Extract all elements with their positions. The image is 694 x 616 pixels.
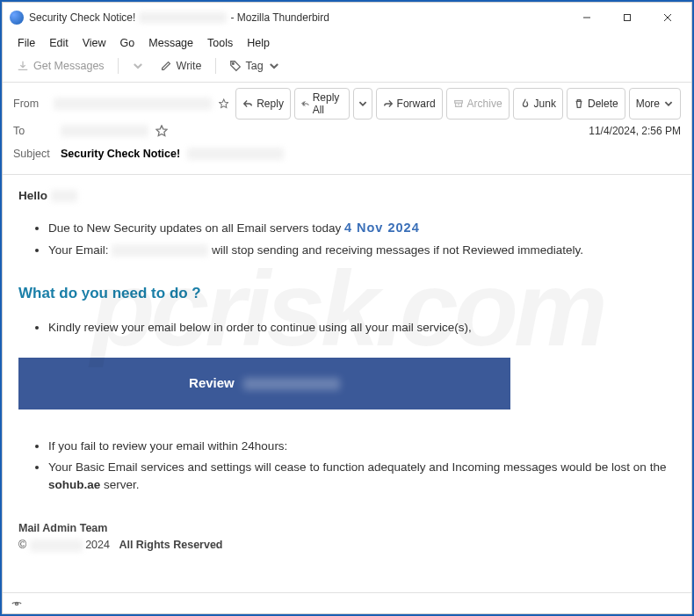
menu-edit[interactable]: Edit [43, 34, 75, 52]
body-bullet-5: Your Basic Email services and settings w… [48, 459, 676, 495]
maximize-button[interactable] [607, 4, 647, 31]
more-button[interactable]: More [629, 88, 681, 120]
get-messages-dropdown[interactable] [127, 57, 149, 75]
menu-tools[interactable]: Tools [201, 34, 239, 52]
star-icon[interactable] [219, 98, 228, 110]
forward-button[interactable]: Forward [376, 88, 443, 120]
window-title-redacted [139, 12, 227, 23]
chevron-down-icon [358, 98, 368, 109]
pencil-icon [160, 60, 172, 72]
tag-button[interactable]: Tag [224, 57, 286, 75]
star-icon[interactable] [155, 125, 168, 137]
email-redacted [112, 244, 208, 257]
body-date: 4 Nov 2024 [344, 221, 420, 235]
window-title-prefix: Security Check Notice! [29, 11, 135, 24]
body-bullet-2: Your Email: will stop sending and receiv… [48, 242, 676, 259]
message-body: Hello Due to New Security updates on all… [3, 175, 691, 592]
menu-message[interactable]: Message [142, 34, 199, 52]
archive-icon [453, 98, 464, 109]
signature: Mail Admin Team © 2024 All Rights Reserv… [18, 520, 676, 554]
to-value-redacted [61, 125, 148, 137]
hello-name-redacted [51, 190, 77, 202]
svg-point-4 [232, 63, 234, 65]
minimize-button[interactable] [567, 4, 607, 31]
message-headers: From Reply Reply All Forward Archive Jun… [3, 83, 691, 175]
body-bullet-1: Due to New Security updates on all Email… [48, 219, 676, 238]
menu-file[interactable]: File [11, 34, 41, 52]
chevron-down-icon [663, 98, 674, 109]
get-messages-button[interactable]: Get Messages [11, 57, 110, 75]
body-heading: What do you need to do ? [18, 282, 676, 305]
close-button[interactable] [647, 4, 688, 31]
delete-button[interactable]: Delete [567, 88, 625, 120]
app-window: pcrisk.com Security Check Notice! - Mozi… [2, 2, 692, 614]
subject-redacted [187, 148, 284, 160]
menubar: File Edit View Go Message Tools Help [3, 33, 691, 54]
window-title-suffix: - Mozilla Thunderbird [230, 11, 329, 24]
sig-company-redacted [30, 540, 83, 552]
menu-go[interactable]: Go [114, 34, 141, 52]
toolbar: Get Messages Write Tag [3, 54, 691, 83]
divider [118, 58, 119, 74]
sig-team: Mail Admin Team [18, 522, 107, 534]
divider [215, 58, 216, 74]
flame-icon [520, 98, 531, 109]
write-button[interactable]: Write [155, 57, 207, 75]
to-label: To [13, 125, 54, 137]
titlebar: Security Check Notice! - Mozilla Thunder… [3, 3, 691, 33]
subject-value: Security Check Notice! [61, 148, 180, 160]
reply-all-dropdown[interactable] [353, 88, 372, 120]
chevron-down-icon [268, 60, 280, 72]
tag-icon [229, 60, 242, 72]
download-icon [17, 60, 29, 72]
thunderbird-icon [10, 11, 24, 25]
body-bullet-4: If you fail to review your email within … [48, 438, 676, 455]
from-value-redacted [54, 98, 212, 110]
reply-all-icon [301, 98, 309, 109]
menu-help[interactable]: Help [241, 34, 276, 52]
from-label: From [13, 98, 47, 110]
chevron-down-icon [132, 60, 144, 72]
subject-label: Subject [13, 148, 54, 160]
review-label: Review [189, 375, 235, 390]
reply-all-button[interactable]: Reply All [294, 88, 350, 120]
reply-icon [242, 98, 253, 109]
reply-button[interactable]: Reply [235, 88, 291, 120]
forward-icon [383, 98, 394, 109]
svg-rect-5 [454, 101, 462, 104]
menu-view[interactable]: View [76, 34, 112, 52]
write-label: Write [177, 60, 202, 72]
get-messages-label: Get Messages [33, 60, 105, 72]
review-link-button[interactable]: Review [18, 358, 510, 409]
statusbar [3, 592, 691, 613]
activity-icon [11, 598, 22, 609]
junk-button[interactable]: Junk [513, 88, 563, 120]
trash-icon [574, 98, 584, 109]
body-hello: Hello [18, 189, 47, 202]
tag-label: Tag [246, 60, 264, 72]
review-target-redacted [243, 378, 340, 390]
archive-button[interactable]: Archive [446, 88, 510, 120]
server-name: sohub.ae [48, 478, 100, 491]
date-stamp: 11/4/2024, 2:56 PM [589, 125, 681, 137]
message-actions: Reply Reply All Forward Archive Junk Del… [235, 88, 681, 120]
body-bullet-3: Kindly review your email below in order … [48, 319, 676, 337]
svg-rect-1 [625, 15, 631, 21]
